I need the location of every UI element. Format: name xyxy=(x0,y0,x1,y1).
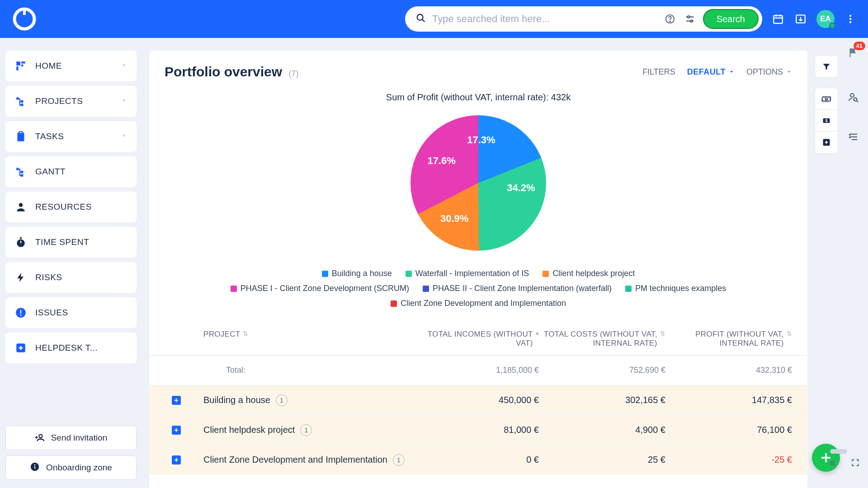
onboarding-label: Onboarding zone xyxy=(46,463,112,473)
fullscreen-icon[interactable] xyxy=(851,458,860,470)
cash-icon[interactable] xyxy=(815,88,838,110)
sidebar-item-risks[interactable]: RISKS xyxy=(5,262,137,293)
svg-point-17 xyxy=(849,21,851,23)
svg-point-53 xyxy=(826,98,828,100)
sidebar-item-label: RESOURCES xyxy=(35,202,127,212)
filter-rail-button xyxy=(815,55,838,78)
sidebar-item-issues[interactable]: ISSUES xyxy=(5,297,137,328)
sidebar-item-label: PROJECTS xyxy=(35,96,113,106)
sliders-icon[interactable] xyxy=(683,12,697,26)
legend-swatch xyxy=(625,286,632,292)
main-panel: Portfolio overview (7) FILTERS DEFAULT O… xyxy=(149,51,807,488)
sidebar-item-helpdesk-t-[interactable]: HELPDESK T... xyxy=(5,333,137,363)
total-incomes: 1,185,000 € xyxy=(412,366,539,375)
search-button[interactable]: Search xyxy=(703,9,759,29)
row-profit: 147,835 € xyxy=(665,395,792,405)
user-search-icon[interactable] xyxy=(845,89,861,105)
row-costs: 25 € xyxy=(539,455,665,465)
col-costs[interactable]: TOTAL COSTS (WITHOUT VAT, INTERNAL RATE)… xyxy=(539,330,665,348)
kebab-menu-icon[interactable] xyxy=(844,12,857,26)
svg-rect-20 xyxy=(21,65,23,66)
expand-row-icon[interactable]: + xyxy=(172,455,181,465)
dollar-tag-icon[interactable]: $ xyxy=(815,110,838,131)
sort-icon: ⇅ xyxy=(243,330,248,337)
svg-rect-24 xyxy=(21,103,23,106)
export-icon[interactable] xyxy=(794,12,807,26)
table-row[interactable]: +Client Zone Development and Implementat… xyxy=(149,445,807,475)
row-incomes: 0 € xyxy=(412,455,539,465)
sidebar-item-gantt[interactable]: GANTT xyxy=(5,156,137,187)
legend-item[interactable]: PM techniques examples xyxy=(625,284,726,293)
svg-rect-19 xyxy=(21,61,25,63)
svg-point-47 xyxy=(854,98,857,101)
horizontal-scrollbar[interactable] xyxy=(830,449,847,454)
send-invitation-button[interactable]: Send invitation xyxy=(5,426,137,450)
sidebar-item-label: TIME SPENT xyxy=(35,237,127,247)
info-icon xyxy=(30,462,40,474)
filter-icon[interactable] xyxy=(815,56,838,77)
col-project[interactable]: PROJECT⇅ xyxy=(203,330,412,348)
topbar: Search EA xyxy=(0,0,868,38)
table-row[interactable]: +Building a house 1450,000 €302,165 €147… xyxy=(149,385,807,415)
legend-item[interactable]: Waterfall - Implementation of IS xyxy=(406,269,529,278)
legend-swatch xyxy=(322,271,328,277)
svg-rect-21 xyxy=(16,66,18,70)
add-tile-icon[interactable] xyxy=(815,131,838,153)
svg-rect-22 xyxy=(16,97,19,99)
legend-item[interactable]: PHASE II - Client Zone Implementation (w… xyxy=(423,284,612,293)
expand-row-icon[interactable]: + xyxy=(172,396,181,405)
row-incomes: 81,000 € xyxy=(412,425,539,435)
checklist-icon[interactable] xyxy=(845,129,861,145)
col-profit[interactable]: PROFIT (WITHOUT VAT, INTERNAL RATE)⇅ xyxy=(665,330,792,348)
sidebar-item-tasks[interactable]: TASKS xyxy=(5,121,137,152)
collapse-icon[interactable] xyxy=(827,458,837,470)
bolt-icon xyxy=(14,271,27,284)
notifications-flag-icon[interactable]: 41 xyxy=(845,45,861,61)
row-incomes: 450,000 € xyxy=(412,395,539,405)
legend-label: Waterfall - Implementation of IS xyxy=(415,269,529,278)
pie-slice-label: 34.2% xyxy=(507,182,535,194)
right-rail: 41 xyxy=(845,45,861,145)
search-input[interactable] xyxy=(432,13,657,25)
alert-icon xyxy=(14,306,27,319)
chart-area: Sum of Profit (without VAT, internal rat… xyxy=(149,88,807,322)
options-dropdown[interactable]: OPTIONS xyxy=(746,67,792,77)
legend-item[interactable]: Client helpdesk project xyxy=(542,269,635,278)
sidebar-item-time-spent[interactable]: TIME SPENT xyxy=(5,227,137,258)
total-costs: 752,690 € xyxy=(539,366,665,375)
sidebar-item-resources[interactable]: RESOURCES xyxy=(5,192,137,222)
svg-rect-35 xyxy=(20,310,21,314)
user-avatar[interactable]: EA xyxy=(816,10,835,28)
legend-item[interactable]: Building a house xyxy=(322,269,392,278)
svg-point-40 xyxy=(39,435,42,438)
app-logo[interactable] xyxy=(11,5,38,33)
legend-item[interactable]: PHASE I - Client Zone Development (SCRUM… xyxy=(231,284,409,293)
calendar-icon[interactable] xyxy=(771,12,785,26)
sidebar-item-home[interactable]: HOME xyxy=(5,51,137,81)
clipboard-icon xyxy=(14,130,27,143)
presence-dot xyxy=(829,23,835,29)
dashboard-icon xyxy=(14,60,27,72)
sidebar-item-projects[interactable]: PROJECTS xyxy=(5,86,137,117)
invite-icon xyxy=(35,433,45,443)
table-row[interactable]: +Client helpdesk project 181,000 €4,900 … xyxy=(149,415,807,445)
filters-dropdown[interactable]: DEFAULT xyxy=(687,67,735,77)
svg-point-45 xyxy=(34,464,36,465)
sidebar-item-label: ISSUES xyxy=(35,308,127,318)
sort-icon: ⇅ xyxy=(660,330,665,337)
pie-slice-label: 17.3% xyxy=(467,134,495,146)
pie-chart[interactable]: 34.2%30.9%17.6%17.3% xyxy=(410,115,546,251)
row-project-name: Client Zone Development and Implementati… xyxy=(203,455,387,465)
plus-box-icon xyxy=(14,342,27,354)
notification-badge: 41 xyxy=(854,42,865,50)
row-costs: 4,900 € xyxy=(539,425,665,435)
svg-text:$: $ xyxy=(825,118,827,123)
help-icon[interactable] xyxy=(663,12,677,26)
col-incomes[interactable]: TOTAL INCOMES (WITHOUT VAT)▾ xyxy=(412,330,539,348)
expand-row-icon[interactable]: + xyxy=(172,426,181,435)
tree-icon xyxy=(14,165,27,178)
sidebar-item-label: RISKS xyxy=(35,272,127,282)
legend-item[interactable]: Client Zone Development and Implementati… xyxy=(391,299,566,308)
onboarding-button[interactable]: Onboarding zone xyxy=(5,455,137,480)
row-costs: 302,165 € xyxy=(539,395,665,405)
